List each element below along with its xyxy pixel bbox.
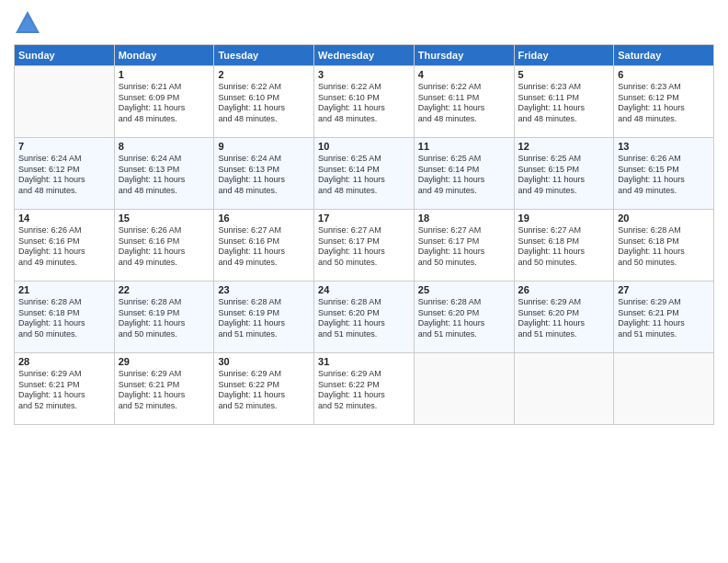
calendar-day-cell: 11Sunrise: 6:25 AM Sunset: 6:14 PM Dayli… <box>414 138 514 210</box>
calendar-week-row: 1Sunrise: 6:21 AM Sunset: 6:09 PM Daylig… <box>15 66 714 138</box>
day-info: Sunrise: 6:29 AM Sunset: 6:21 PM Dayligh… <box>119 369 210 412</box>
day-info: Sunrise: 6:25 AM Sunset: 6:15 PM Dayligh… <box>518 154 610 197</box>
calendar-day-cell: 15Sunrise: 6:26 AM Sunset: 6:16 PM Dayli… <box>114 210 214 282</box>
day-number: 4 <box>418 69 510 80</box>
day-info: Sunrise: 6:27 AM Sunset: 6:18 PM Dayligh… <box>518 225 610 269</box>
calendar-day-cell: 18Sunrise: 6:27 AM Sunset: 6:17 PM Dayli… <box>414 210 514 282</box>
day-number: 25 <box>418 284 510 295</box>
day-number: 21 <box>18 284 110 295</box>
day-info: Sunrise: 6:24 AM Sunset: 6:12 PM Dayligh… <box>18 154 110 197</box>
day-info: Sunrise: 6:24 AM Sunset: 6:13 PM Dayligh… <box>119 154 210 197</box>
day-info: Sunrise: 6:29 AM Sunset: 6:22 PM Dayligh… <box>318 369 410 412</box>
day-number: 15 <box>119 213 210 224</box>
day-info: Sunrise: 6:27 AM Sunset: 6:17 PM Dayligh… <box>418 225 510 269</box>
calendar-day-cell: 30Sunrise: 6:29 AM Sunset: 6:22 PM Dayli… <box>214 353 314 425</box>
calendar-week-row: 28Sunrise: 6:29 AM Sunset: 6:21 PM Dayli… <box>15 353 714 425</box>
day-number: 6 <box>618 69 710 80</box>
calendar-day-cell: 4Sunrise: 6:22 AM Sunset: 6:11 PM Daylig… <box>414 66 514 138</box>
calendar-day-cell: 10Sunrise: 6:25 AM Sunset: 6:14 PM Dayli… <box>314 138 415 210</box>
day-number: 17 <box>318 213 410 224</box>
day-number: 27 <box>618 284 710 295</box>
calendar-day-header: Friday <box>514 45 614 66</box>
calendar-day-cell: 31Sunrise: 6:29 AM Sunset: 6:22 PM Dayli… <box>314 353 415 425</box>
calendar-day-header: Thursday <box>414 45 514 66</box>
calendar-day-cell: 24Sunrise: 6:28 AM Sunset: 6:20 PM Dayli… <box>314 282 415 353</box>
calendar-day-cell: 25Sunrise: 6:28 AM Sunset: 6:20 PM Dayli… <box>414 282 514 353</box>
calendar-day-cell: 16Sunrise: 6:27 AM Sunset: 6:16 PM Dayli… <box>214 210 314 282</box>
calendar-week-row: 14Sunrise: 6:26 AM Sunset: 6:16 PM Dayli… <box>15 210 714 282</box>
calendar-day-cell: 26Sunrise: 6:29 AM Sunset: 6:20 PM Dayli… <box>514 282 614 353</box>
calendar-day-cell: 28Sunrise: 6:29 AM Sunset: 6:21 PM Dayli… <box>15 353 115 425</box>
day-info: Sunrise: 6:28 AM Sunset: 6:20 PM Dayligh… <box>318 297 410 340</box>
calendar-day-cell: 20Sunrise: 6:28 AM Sunset: 6:18 PM Dayli… <box>614 210 714 282</box>
calendar-day-cell: 19Sunrise: 6:27 AM Sunset: 6:18 PM Dayli… <box>514 210 614 282</box>
calendar-day-header: Sunday <box>15 45 115 66</box>
day-info: Sunrise: 6:23 AM Sunset: 6:11 PM Dayligh… <box>518 82 610 125</box>
header <box>14 9 714 37</box>
day-info: Sunrise: 6:27 AM Sunset: 6:17 PM Dayligh… <box>318 225 410 269</box>
day-info: Sunrise: 6:26 AM Sunset: 6:16 PM Dayligh… <box>18 225 110 269</box>
day-number: 24 <box>318 284 410 295</box>
day-info: Sunrise: 6:23 AM Sunset: 6:12 PM Dayligh… <box>618 82 710 125</box>
day-number: 14 <box>18 213 110 224</box>
day-number: 13 <box>618 141 710 152</box>
day-number: 3 <box>318 69 410 80</box>
calendar-day-cell: 6Sunrise: 6:23 AM Sunset: 6:12 PM Daylig… <box>614 66 714 138</box>
calendar-day-cell: 27Sunrise: 6:29 AM Sunset: 6:21 PM Dayli… <box>614 282 714 353</box>
day-number: 8 <box>119 141 210 152</box>
day-number: 31 <box>318 356 410 367</box>
day-info: Sunrise: 6:28 AM Sunset: 6:20 PM Dayligh… <box>418 297 510 340</box>
calendar-day-cell: 23Sunrise: 6:28 AM Sunset: 6:19 PM Dayli… <box>214 282 314 353</box>
calendar-day-header: Tuesday <box>214 45 314 66</box>
day-number: 9 <box>218 141 310 152</box>
day-info: Sunrise: 6:22 AM Sunset: 6:10 PM Dayligh… <box>218 82 310 125</box>
day-number: 29 <box>119 356 210 367</box>
day-info: Sunrise: 6:25 AM Sunset: 6:14 PM Dayligh… <box>318 154 410 197</box>
day-info: Sunrise: 6:28 AM Sunset: 6:19 PM Dayligh… <box>119 297 210 340</box>
day-number: 28 <box>18 356 110 367</box>
calendar-day-cell <box>514 353 614 425</box>
calendar-day-cell: 7Sunrise: 6:24 AM Sunset: 6:12 PM Daylig… <box>15 138 115 210</box>
calendar-day-header: Saturday <box>614 45 714 66</box>
day-info: Sunrise: 6:28 AM Sunset: 6:19 PM Dayligh… <box>218 297 310 340</box>
day-number: 5 <box>518 69 610 80</box>
calendar-day-cell: 5Sunrise: 6:23 AM Sunset: 6:11 PM Daylig… <box>514 66 614 138</box>
day-number: 2 <box>218 69 310 80</box>
day-info: Sunrise: 6:22 AM Sunset: 6:10 PM Dayligh… <box>318 82 410 125</box>
calendar-day-cell: 14Sunrise: 6:26 AM Sunset: 6:16 PM Dayli… <box>15 210 115 282</box>
day-info: Sunrise: 6:29 AM Sunset: 6:21 PM Dayligh… <box>18 369 110 412</box>
day-info: Sunrise: 6:27 AM Sunset: 6:16 PM Dayligh… <box>218 225 310 269</box>
day-number: 11 <box>418 141 510 152</box>
day-number: 10 <box>318 141 410 152</box>
day-number: 19 <box>518 213 610 224</box>
calendar-day-cell <box>614 353 714 425</box>
logo-icon <box>14 9 41 37</box>
calendar-header-row: SundayMondayTuesdayWednesdayThursdayFrid… <box>15 45 714 66</box>
calendar-day-cell: 2Sunrise: 6:22 AM Sunset: 6:10 PM Daylig… <box>214 66 314 138</box>
calendar-day-header: Wednesday <box>314 45 415 66</box>
day-number: 26 <box>518 284 610 295</box>
day-number: 23 <box>218 284 310 295</box>
calendar-day-cell: 13Sunrise: 6:26 AM Sunset: 6:15 PM Dayli… <box>614 138 714 210</box>
calendar-day-cell: 8Sunrise: 6:24 AM Sunset: 6:13 PM Daylig… <box>114 138 214 210</box>
day-info: Sunrise: 6:29 AM Sunset: 6:21 PM Dayligh… <box>618 297 710 340</box>
day-info: Sunrise: 6:26 AM Sunset: 6:16 PM Dayligh… <box>119 225 210 269</box>
day-number: 16 <box>218 213 310 224</box>
day-info: Sunrise: 6:22 AM Sunset: 6:11 PM Dayligh… <box>418 82 510 125</box>
day-info: Sunrise: 6:28 AM Sunset: 6:18 PM Dayligh… <box>618 225 710 269</box>
day-number: 30 <box>218 356 310 367</box>
calendar-week-row: 7Sunrise: 6:24 AM Sunset: 6:12 PM Daylig… <box>15 138 714 210</box>
day-number: 7 <box>18 141 110 152</box>
calendar-day-cell <box>15 66 115 138</box>
day-info: Sunrise: 6:25 AM Sunset: 6:14 PM Dayligh… <box>418 154 510 197</box>
calendar-week-row: 21Sunrise: 6:28 AM Sunset: 6:18 PM Dayli… <box>15 282 714 353</box>
day-info: Sunrise: 6:21 AM Sunset: 6:09 PM Dayligh… <box>119 82 210 125</box>
calendar-day-cell: 21Sunrise: 6:28 AM Sunset: 6:18 PM Dayli… <box>15 282 115 353</box>
calendar-day-header: Monday <box>114 45 214 66</box>
calendar-day-cell <box>414 353 514 425</box>
calendar-day-cell: 22Sunrise: 6:28 AM Sunset: 6:19 PM Dayli… <box>114 282 214 353</box>
day-number: 20 <box>618 213 710 224</box>
day-info: Sunrise: 6:29 AM Sunset: 6:22 PM Dayligh… <box>218 369 310 412</box>
calendar-day-cell: 1Sunrise: 6:21 AM Sunset: 6:09 PM Daylig… <box>114 66 214 138</box>
day-number: 18 <box>418 213 510 224</box>
